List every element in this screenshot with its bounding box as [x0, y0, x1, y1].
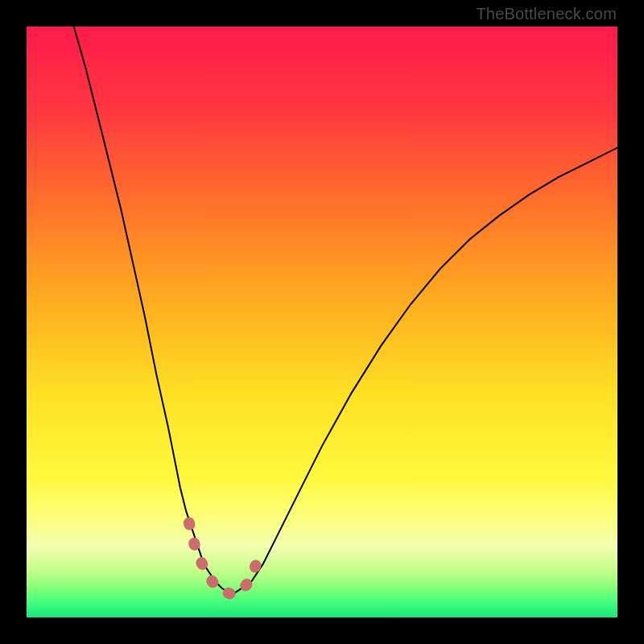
- curve-left: [74, 27, 233, 594]
- plot-area: [27, 27, 617, 617]
- watermark-text: TheBottleneck.com: [476, 5, 617, 23]
- highlight-optimal: [189, 523, 260, 594]
- chart-frame: TheBottleneck.com: [0, 0, 644, 644]
- curve-right: [233, 148, 617, 594]
- curve-layer: [27, 27, 617, 617]
